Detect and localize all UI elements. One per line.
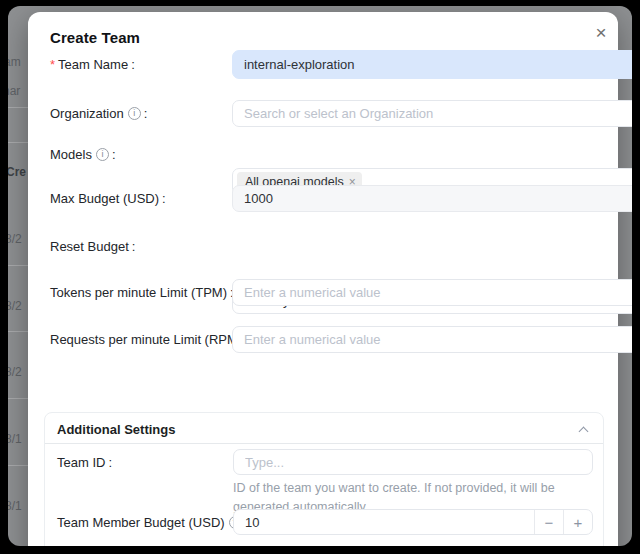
organization-placeholder: Search or select an Organization — [244, 106, 433, 121]
max-budget-label: Max Budget (USD) : — [50, 185, 166, 212]
create-team-modal: Create Team × * Team Name : Organization… — [28, 12, 618, 546]
organization-label-text: Organization — [50, 106, 124, 121]
background-divider — [8, 331, 28, 332]
background-divider — [8, 142, 28, 143]
background-divider — [8, 398, 28, 399]
team-member-budget-stepper: − + — [233, 509, 593, 535]
background-text-fragment: nar — [8, 84, 20, 98]
team-member-budget-label-text: Team Member Budget (USD) — [57, 515, 225, 530]
background-text-fragment: Cre — [8, 165, 26, 179]
reset-budget-label: Reset Budget : — [50, 233, 135, 260]
team-id-input[interactable] — [233, 449, 593, 475]
team-member-budget-label: Team Member Budget (USD) ? : — [57, 509, 248, 535]
chevron-up-icon — [579, 427, 589, 437]
team-id-label-text: Team ID — [57, 455, 105, 470]
close-icon[interactable]: × — [588, 20, 614, 46]
tpm-limit-label: Tokens per minute Limit (TPM) : — [50, 279, 234, 306]
background-text-fragment: 8/1 — [8, 432, 22, 446]
label-colon: : — [132, 239, 136, 254]
background-divider — [8, 265, 28, 266]
background-text-fragment: 8/2 — [8, 365, 22, 379]
additional-settings-panel: Additional Settings Team ID : ID of the … — [44, 412, 604, 546]
background-text-fragment: 8/2 — [8, 299, 22, 313]
decrement-button[interactable]: − — [534, 510, 563, 534]
organization-select[interactable]: Search or select an Organization — [232, 100, 632, 127]
modal-title: Create Team — [50, 29, 140, 46]
label-colon: : — [112, 147, 116, 162]
dimmed-background-page: am nar Cre 8/2 8/2 8/2 8/1 8/1 Create Te… — [8, 6, 632, 546]
increment-button[interactable]: + — [563, 510, 592, 534]
label-colon: : — [144, 106, 148, 121]
background-text-fragment: 8/1 — [8, 499, 22, 513]
background-divider — [8, 465, 28, 466]
rpm-limit-stepper: − + — [232, 326, 632, 353]
background-text-fragment: 8/2 — [8, 232, 22, 246]
team-member-budget-input[interactable] — [234, 510, 534, 534]
label-colon: : — [162, 191, 166, 206]
organization-label: Organization i : — [50, 100, 147, 127]
team-id-label: Team ID : — [57, 449, 112, 475]
models-label: Models i : — [50, 141, 116, 168]
team-name-label: * Team Name : — [50, 50, 135, 79]
background-text-fragment: am — [8, 55, 21, 69]
background-divider — [8, 107, 28, 108]
additional-settings-toggle[interactable]: Additional Settings — [45, 413, 603, 444]
tpm-limit-stepper: − + — [232, 279, 632, 306]
rpm-limit-input[interactable] — [233, 327, 632, 352]
max-budget-stepper: − + — [232, 185, 632, 212]
team-name-label-text: Team Name — [58, 57, 128, 72]
max-budget-label-text: Max Budget (USD) — [50, 191, 159, 206]
rpm-limit-label-text: Requests per minute Limit (RPM) — [50, 332, 242, 347]
team-name-input[interactable] — [232, 50, 632, 79]
reset-budget-label-text: Reset Budget — [50, 239, 129, 254]
max-budget-input[interactable] — [233, 186, 632, 211]
info-icon[interactable]: i — [96, 148, 109, 161]
label-colon: : — [108, 455, 112, 470]
required-mark: * — [50, 57, 55, 72]
tpm-limit-input[interactable] — [233, 280, 632, 305]
label-colon: : — [131, 57, 135, 72]
info-icon[interactable]: i — [128, 107, 141, 120]
models-label-text: Models — [50, 147, 92, 162]
additional-settings-title: Additional Settings — [57, 422, 175, 437]
tpm-limit-label-text: Tokens per minute Limit (TPM) — [50, 285, 227, 300]
rpm-limit-label: Requests per minute Limit (RPM) : — [50, 326, 249, 353]
